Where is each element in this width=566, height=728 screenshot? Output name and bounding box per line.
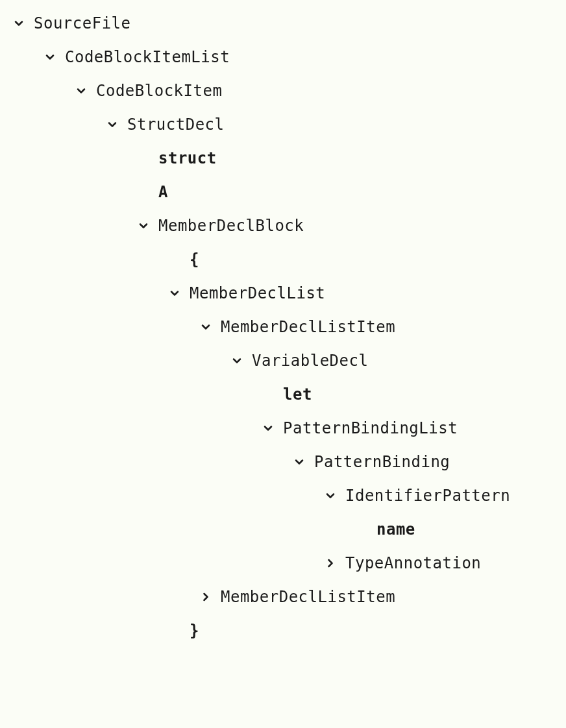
tree-token-struct[interactable]: struct	[10, 141, 566, 175]
token-label: name	[376, 520, 415, 539]
chevron-right-icon[interactable]	[197, 588, 214, 605]
tree-node-sourcefile[interactable]: SourceFile	[10, 6, 566, 40]
tree-node-patternbinding[interactable]: PatternBinding	[10, 445, 566, 479]
syntax-tree: SourceFile CodeBlockItemList CodeBlockIt…	[0, 0, 566, 648]
chevron-down-icon[interactable]	[197, 319, 214, 335]
chevron-down-icon[interactable]	[10, 15, 27, 32]
chevron-down-icon[interactable]	[135, 217, 152, 234]
node-label: CodeBlockItemList	[65, 48, 230, 66]
chevron-down-icon[interactable]	[42, 49, 58, 66]
tree-token-let[interactable]: let	[10, 378, 566, 411]
chevron-down-icon[interactable]	[228, 352, 245, 369]
token-label: }	[190, 622, 199, 640]
tree-node-patternbindinglist[interactable]: PatternBindingList	[10, 411, 566, 445]
node-label: IdentifierPattern	[345, 487, 510, 505]
tree-node-codeblockitem[interactable]: CodeBlockItem	[10, 74, 566, 108]
tree-token-structname[interactable]: A	[10, 175, 566, 209]
node-label: TypeAnnotation	[345, 554, 481, 572]
token-label: A	[158, 183, 168, 201]
tree-node-typeannotation[interactable]: TypeAnnotation	[10, 546, 566, 580]
chevron-down-icon[interactable]	[260, 420, 277, 437]
node-label: VariableDecl	[252, 352, 368, 370]
chevron-down-icon[interactable]	[322, 487, 339, 504]
node-label: MemberDeclListItem	[221, 588, 395, 606]
chevron-down-icon[interactable]	[166, 285, 183, 302]
tree-token-openbrace[interactable]: {	[10, 243, 566, 276]
node-label: PatternBindingList	[283, 419, 458, 437]
node-label: MemberDeclBlock	[158, 217, 304, 235]
tree-token-name[interactable]: name	[10, 513, 566, 546]
tree-node-codeblockitemlist[interactable]: CodeBlockItemList	[10, 40, 566, 74]
tree-node-memberdeclblock[interactable]: MemberDeclBlock	[10, 209, 566, 243]
chevron-down-icon[interactable]	[104, 116, 121, 133]
tree-node-structdecl[interactable]: StructDecl	[10, 108, 566, 141]
token-label: {	[190, 250, 199, 269]
node-label: CodeBlockItem	[96, 82, 222, 100]
chevron-down-icon[interactable]	[291, 454, 308, 470]
token-label: let	[283, 385, 312, 404]
chevron-right-icon[interactable]	[322, 555, 339, 572]
node-label: SourceFile	[34, 14, 131, 32]
chevron-down-icon[interactable]	[73, 82, 90, 99]
node-label: StructDecl	[127, 115, 225, 134]
node-label: MemberDeclListItem	[221, 318, 395, 336]
tree-token-closebrace[interactable]: }	[10, 614, 566, 648]
tree-node-variabledecl[interactable]: VariableDecl	[10, 344, 566, 378]
token-label: struct	[158, 149, 217, 167]
tree-node-identifierpattern[interactable]: IdentifierPattern	[10, 479, 566, 513]
tree-node-memberdecllist[interactable]: MemberDeclList	[10, 276, 566, 310]
node-label: PatternBinding	[314, 453, 450, 471]
node-label: MemberDeclList	[190, 284, 325, 302]
tree-node-memberdecllistitem-collapsed[interactable]: MemberDeclListItem	[10, 580, 566, 614]
tree-node-memberdecllistitem[interactable]: MemberDeclListItem	[10, 310, 566, 344]
